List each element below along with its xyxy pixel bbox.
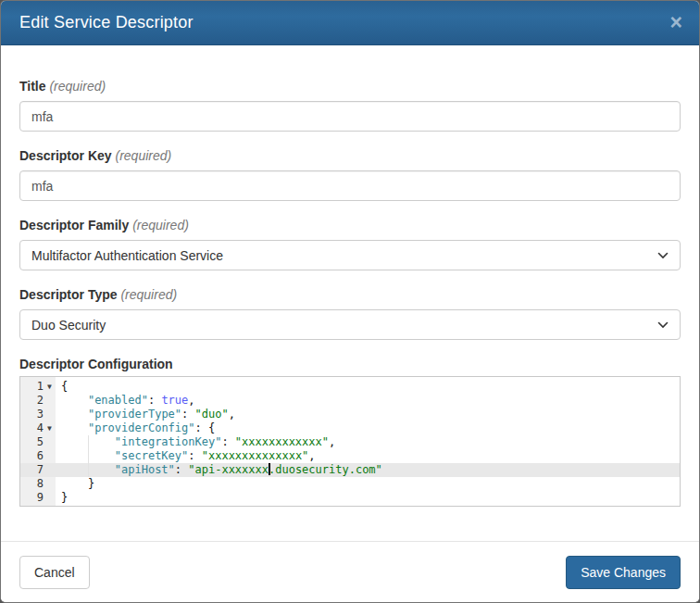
modal-footer: Cancel Save Changes: [1, 541, 699, 602]
descriptor-key-label: Descriptor Key (required): [19, 149, 681, 163]
editor-line[interactable]: 9}: [20, 491, 680, 505]
line-number: 7: [20, 463, 56, 477]
fold-arrow-icon[interactable]: ▼: [44, 421, 56, 435]
editor-line[interactable]: 3 "providerType": "duo",: [20, 408, 680, 421]
fold-arrow-icon: [44, 435, 56, 449]
descriptor-family-field-group: Descriptor Family (required) Multifactor…: [19, 219, 681, 270]
descriptor-family-select[interactable]: Multifactor Authentication Service: [19, 240, 681, 270]
code-line-text: "secretKey": "xxxxxxxxxxxxxx",: [56, 449, 680, 463]
editor-line[interactable]: 4▼ "providerConfig": {: [20, 421, 680, 435]
editor-line[interactable]: 8 }: [20, 477, 680, 491]
code-line-text: "apiHost": "api-xxxxxxx.duosecurity.com": [56, 463, 680, 477]
code-line-text: "integrationKey": "xxxxxxxxxxxx",: [56, 435, 680, 449]
descriptor-key-input[interactable]: [19, 170, 681, 201]
line-number: 5: [20, 435, 56, 449]
descriptor-type-field-group: Descriptor Type (required) Duo Security: [19, 288, 681, 340]
title-label: Title (required): [19, 80, 681, 94]
descriptor-key-field-group: Descriptor Key (required): [19, 149, 681, 201]
fold-arrow-icon: [44, 463, 56, 477]
indent-guide: [88, 449, 89, 463]
line-number: 2: [20, 394, 56, 408]
descriptor-type-select[interactable]: Duo Security: [19, 309, 681, 340]
descriptor-type-label: Descriptor Type (required): [19, 288, 681, 302]
indent-guide: [88, 435, 89, 449]
editor-line[interactable]: 2 "enabled": true,: [20, 394, 680, 408]
label-text: Descriptor Configuration: [19, 357, 173, 371]
editor-line[interactable]: 1▼{: [20, 380, 680, 394]
label-text: Title: [19, 79, 46, 94]
code-line-text: {: [56, 380, 680, 394]
descriptor-configuration-field-group: Descriptor Configuration 1▼{2 "enabled":…: [19, 358, 681, 507]
editor-line[interactable]: 7 "apiHost": "api-xxxxxxx.duosecurity.co…: [20, 463, 680, 477]
modal-title: Edit Service Descriptor: [19, 13, 194, 32]
descriptor-configuration-label: Descriptor Configuration: [19, 358, 681, 371]
editor-line[interactable]: 5 "integrationKey": "xxxxxxxxxxxx",: [20, 435, 680, 449]
fold-arrow-icon: [44, 449, 56, 463]
selected-value: Multifactor Authentication Service: [31, 248, 223, 263]
chevron-down-icon: [657, 321, 669, 329]
required-note: (required): [49, 79, 106, 94]
title-field-group: Title (required): [19, 80, 681, 132]
line-number: 6: [20, 449, 56, 463]
title-input[interactable]: [19, 101, 681, 132]
line-number: 4▼: [20, 421, 56, 435]
line-number: 9: [20, 491, 56, 505]
editor-line[interactable]: 6 "secretKey": "xxxxxxxxxxxxxx",: [20, 449, 680, 463]
descriptor-configuration-editor[interactable]: 1▼{2 "enabled": true,3 "providerType": "…: [19, 376, 681, 507]
modal-header: Edit Service Descriptor ×: [1, 1, 699, 45]
label-text: Descriptor Type: [19, 287, 118, 302]
fold-arrow-icon: [44, 491, 56, 505]
label-text: Descriptor Key: [19, 148, 112, 163]
code-line-text: "providerType": "duo",: [56, 408, 680, 421]
required-note: (required): [120, 287, 177, 302]
selected-value: Duo Security: [31, 318, 106, 333]
label-text: Descriptor Family: [19, 218, 129, 232]
close-icon[interactable]: ×: [669, 12, 684, 33]
line-number: 8: [20, 477, 56, 491]
fold-arrow-icon: [44, 408, 56, 421]
code-line-text: }: [56, 477, 680, 491]
line-number: 3: [20, 408, 56, 421]
indent-guide: [88, 463, 89, 477]
fold-arrow-icon: [44, 477, 56, 491]
modal-body: Title (required) Descriptor Key (require…: [1, 45, 699, 541]
edit-service-descriptor-modal: Edit Service Descriptor × Title (require…: [0, 0, 700, 603]
descriptor-family-label: Descriptor Family (required): [19, 219, 681, 232]
save-changes-button[interactable]: Save Changes: [566, 556, 681, 589]
cancel-button[interactable]: Cancel: [19, 556, 90, 589]
required-note: (required): [132, 218, 189, 232]
chevron-down-icon: [657, 252, 669, 259]
required-note: (required): [115, 148, 171, 163]
fold-arrow-icon[interactable]: ▼: [44, 380, 56, 394]
fold-arrow-icon: [44, 394, 56, 408]
code-line-text: "providerConfig": {: [56, 421, 680, 435]
line-number: 1▼: [20, 380, 56, 394]
code-line-text: }: [56, 491, 680, 505]
code-line-text: "enabled": true,: [56, 394, 680, 408]
